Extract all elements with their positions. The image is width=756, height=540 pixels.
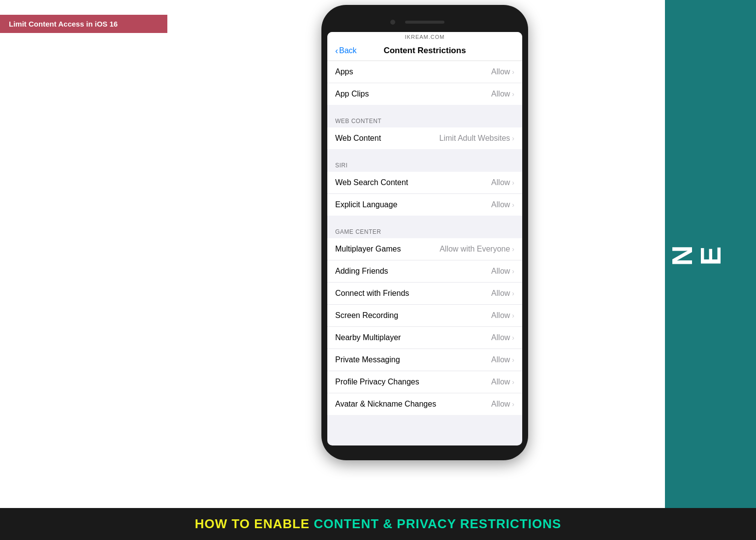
right-sidebar-text: IPHONESE3 bbox=[554, 241, 756, 267]
row-profile-privacy[interactable]: Profile Privacy Changes Allow › bbox=[327, 371, 522, 393]
row-adding-friends-label: Adding Friends bbox=[335, 267, 388, 276]
watermark-text: IKREAM.COM bbox=[405, 34, 445, 40]
row-web-content-value: Limit Adult Websites bbox=[440, 134, 510, 143]
section-game-center: GAME CENTER Multiplayer Games Allow with… bbox=[327, 220, 522, 415]
row-multiplayer-games-value-wrap: Allow with Everyone › bbox=[440, 245, 514, 254]
row-web-content[interactable]: Web Content Limit Adult Websites › bbox=[327, 127, 522, 149]
game-center-group: Multiplayer Games Allow with Everyone › … bbox=[327, 238, 522, 415]
section-apps: Apps Allow › App Clips Allow › bbox=[327, 61, 522, 105]
phone-device: IKREAM.COM ‹ Back Content Restrictions bbox=[321, 5, 528, 460]
row-private-messaging-value-wrap: Allow › bbox=[491, 355, 514, 364]
phone-camera bbox=[390, 20, 395, 25]
row-explicit-language-label: Explicit Language bbox=[335, 200, 397, 209]
row-web-content-value-wrap: Limit Adult Websites › bbox=[440, 134, 514, 143]
row-profile-privacy-label: Profile Privacy Changes bbox=[335, 378, 419, 386]
row-explicit-language[interactable]: Explicit Language Allow › bbox=[327, 194, 522, 216]
row-app-clips-value: Allow bbox=[491, 90, 510, 98]
back-chevron-icon: ‹ bbox=[335, 46, 338, 56]
row-apps-value: Allow bbox=[491, 67, 510, 76]
left-sidebar-label: Limit Content Access in iOS 16 bbox=[0, 15, 167, 33]
row-multiplayer-games-value: Allow with Everyone bbox=[440, 245, 510, 254]
row-nearby-multiplayer-value-wrap: Allow › bbox=[491, 333, 514, 342]
row-nearby-multiplayer-chevron: › bbox=[512, 334, 514, 342]
row-connect-with-friends[interactable]: Connect with Friends Allow › bbox=[327, 283, 522, 305]
status-bar: IKREAM.COM bbox=[327, 32, 522, 42]
row-screen-recording[interactable]: Screen Recording Allow › bbox=[327, 305, 522, 327]
row-screen-recording-label: Screen Recording bbox=[335, 311, 398, 320]
separator-3 bbox=[327, 216, 522, 220]
phone-screen: IKREAM.COM ‹ Back Content Restrictions bbox=[327, 32, 522, 445]
row-web-content-chevron: › bbox=[512, 134, 514, 142]
row-private-messaging-label: Private Messaging bbox=[335, 355, 400, 364]
apps-group: Apps Allow › App Clips Allow › bbox=[327, 61, 522, 105]
row-avatar-nickname-value: Allow bbox=[491, 400, 510, 409]
nav-title: Content Restrictions bbox=[383, 46, 466, 56]
web-content-group: Web Content Limit Adult Websites › bbox=[327, 127, 522, 149]
row-adding-friends-value-wrap: Allow › bbox=[491, 267, 514, 276]
row-adding-friends-value: Allow bbox=[491, 267, 510, 276]
row-web-search-value: Allow bbox=[491, 178, 510, 187]
row-multiplayer-games-label: Multiplayer Games bbox=[335, 245, 401, 254]
row-app-clips[interactable]: App Clips Allow › bbox=[327, 83, 522, 105]
row-private-messaging[interactable]: Private Messaging Allow › bbox=[327, 349, 522, 371]
row-web-search-chevron: › bbox=[512, 179, 514, 187]
row-connect-with-friends-label: Connect with Friends bbox=[335, 289, 409, 298]
row-app-clips-chevron: › bbox=[512, 90, 514, 98]
row-multiplayer-games-chevron: › bbox=[512, 245, 514, 253]
web-content-header: WEB CONTENT bbox=[327, 109, 522, 127]
row-web-content-label: Web Content bbox=[335, 134, 381, 143]
row-apps-chevron: › bbox=[512, 68, 514, 76]
phone-speaker bbox=[405, 21, 444, 24]
separator-2 bbox=[327, 149, 522, 153]
row-web-search-label: Web Search Content bbox=[335, 178, 408, 187]
row-screen-recording-value-wrap: Allow › bbox=[491, 311, 514, 320]
main-area: Limit Content Access in iOS 16 IKREAM.CO… bbox=[0, 0, 756, 508]
row-private-messaging-value: Allow bbox=[491, 355, 510, 364]
row-apps-value-wrap: Allow › bbox=[491, 67, 514, 76]
row-avatar-nickname-value-wrap: Allow › bbox=[491, 400, 514, 409]
bottom-banner: HOW TO ENABLE CONTENT & PRIVACY RESTRICT… bbox=[0, 508, 756, 540]
row-apps-label: Apps bbox=[335, 67, 353, 76]
row-web-search-value-wrap: Allow › bbox=[491, 178, 514, 187]
back-button[interactable]: ‹ Back bbox=[335, 46, 357, 56]
banner-main-text: CONTENT & PRIVACY RESTRICTIONS bbox=[314, 516, 561, 532]
settings-list: Apps Allow › App Clips Allow › bbox=[327, 61, 522, 435]
row-private-messaging-chevron: › bbox=[512, 356, 514, 364]
siri-header: SIRI bbox=[327, 153, 522, 172]
right-sidebar: IPHONESE3 bbox=[665, 0, 756, 508]
row-profile-privacy-chevron: › bbox=[512, 378, 514, 386]
row-connect-with-friends-value-wrap: Allow › bbox=[491, 289, 514, 298]
row-web-search[interactable]: Web Search Content Allow › bbox=[327, 172, 522, 194]
siri-group: Web Search Content Allow › Explicit Lang… bbox=[327, 172, 522, 216]
section-web-content: WEB CONTENT Web Content Limit Adult Webs… bbox=[327, 109, 522, 149]
section-siri: SIRI Web Search Content Allow › Explicit bbox=[327, 153, 522, 216]
row-adding-friends[interactable]: Adding Friends Allow › bbox=[327, 260, 522, 283]
back-label: Back bbox=[339, 46, 357, 55]
row-app-clips-value-wrap: Allow › bbox=[491, 90, 514, 98]
game-center-header: GAME CENTER bbox=[327, 220, 522, 238]
row-multiplayer-games[interactable]: Multiplayer Games Allow with Everyone › bbox=[327, 238, 522, 260]
row-profile-privacy-value-wrap: Allow › bbox=[491, 378, 514, 386]
row-adding-friends-chevron: › bbox=[512, 267, 514, 275]
nav-bar: ‹ Back Content Restrictions bbox=[327, 42, 522, 61]
row-nearby-multiplayer-label: Nearby Multiplayer bbox=[335, 333, 401, 342]
row-avatar-nickname-chevron: › bbox=[512, 400, 514, 408]
row-explicit-language-value-wrap: Allow › bbox=[491, 200, 514, 209]
left-sidebar: Limit Content Access in iOS 16 bbox=[0, 0, 185, 508]
row-explicit-language-chevron: › bbox=[512, 201, 514, 209]
row-connect-with-friends-chevron: › bbox=[512, 289, 514, 297]
banner-how-to: HOW TO ENABLE bbox=[195, 516, 314, 532]
row-avatar-nickname-label: Avatar & Nickname Changes bbox=[335, 400, 436, 409]
row-explicit-language-value: Allow bbox=[491, 200, 510, 209]
separator-1 bbox=[327, 105, 522, 109]
phone-notch bbox=[327, 15, 522, 30]
row-connect-with-friends-value: Allow bbox=[491, 289, 510, 298]
row-screen-recording-value: Allow bbox=[491, 311, 510, 320]
row-nearby-multiplayer[interactable]: Nearby Multiplayer Allow › bbox=[327, 327, 522, 349]
row-avatar-nickname[interactable]: Avatar & Nickname Changes Allow › bbox=[327, 393, 522, 415]
row-apps[interactable]: Apps Allow › bbox=[327, 61, 522, 83]
row-app-clips-label: App Clips bbox=[335, 90, 369, 98]
row-nearby-multiplayer-value: Allow bbox=[491, 333, 510, 342]
row-profile-privacy-value: Allow bbox=[491, 378, 510, 386]
row-screen-recording-chevron: › bbox=[512, 312, 514, 319]
